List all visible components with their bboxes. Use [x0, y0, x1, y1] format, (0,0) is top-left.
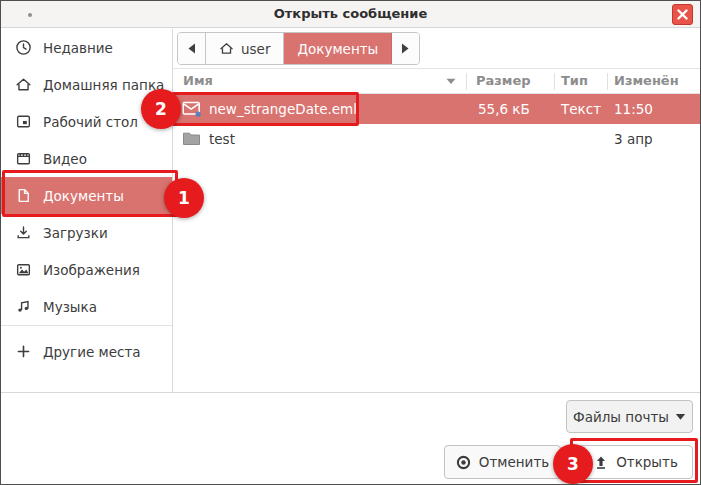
- chevron-right-icon: [401, 43, 410, 54]
- home-icon: [219, 41, 234, 56]
- column-header-modified[interactable]: Изменён: [614, 69, 679, 93]
- image-icon: [15, 261, 32, 278]
- plus-icon: [15, 343, 32, 360]
- folder-icon: [182, 130, 201, 148]
- column-divider: [607, 73, 608, 90]
- sidebar-item-recent[interactable]: Недавние: [1, 29, 172, 66]
- file-list-header: Имя Размер Тип Изменён: [173, 68, 701, 94]
- column-divider: [554, 73, 555, 90]
- file-row-test-folder[interactable]: test 3 апр: [173, 124, 701, 154]
- file-name: new_strangeDate.eml: [209, 94, 357, 124]
- sidebar-item-pictures[interactable]: Изображения: [1, 251, 172, 288]
- sort-descending-icon[interactable]: [446, 78, 456, 85]
- column-header-name[interactable]: Имя: [183, 69, 213, 93]
- open-label: Открыть: [616, 454, 678, 470]
- column-divider: [466, 73, 467, 90]
- path-segment-label: user: [241, 41, 270, 57]
- sidebar-item-label: Домашняя папка: [43, 77, 164, 93]
- sidebar-item-label: Другие места: [43, 344, 141, 360]
- sidebar-item-videos[interactable]: Видео: [1, 140, 172, 177]
- close-button[interactable]: [672, 4, 693, 25]
- titlebar: Открыть сообщение: [1, 1, 700, 28]
- file-name: test: [209, 124, 235, 154]
- desktop-icon: [15, 113, 32, 130]
- open-upload-icon: [594, 455, 608, 470]
- file-type-filter-button[interactable]: Файлы почты: [566, 400, 693, 433]
- document-icon: [15, 187, 32, 204]
- file-type: Текст: [561, 94, 601, 124]
- sidebar-item-home[interactable]: Домашняя папка: [1, 66, 172, 103]
- chevron-left-icon: [187, 43, 196, 54]
- sidebar-item-desktop[interactable]: Рабочий стол: [1, 103, 172, 140]
- file-row-eml[interactable]: new_strangeDate.eml 55,6 кБ Текст 11:50: [173, 94, 701, 124]
- sidebar-item-label: Рабочий стол: [43, 114, 138, 130]
- sidebar-separator: [1, 325, 172, 326]
- path-segment-home[interactable]: user: [206, 33, 284, 64]
- dialog-title: Открыть сообщение: [1, 1, 700, 28]
- sidebar-item-label: Загрузки: [43, 225, 108, 241]
- clock-icon: [15, 39, 32, 56]
- open-button[interactable]: Открыть: [579, 445, 693, 479]
- home-icon: [15, 76, 32, 93]
- close-icon: [677, 9, 688, 20]
- email-icon: [182, 100, 202, 118]
- footer-divider: [1, 392, 700, 393]
- filter-label: Файлы почты: [573, 409, 669, 425]
- path-bar: user Документы: [177, 32, 420, 65]
- sidebar-item-label: Документы: [43, 188, 124, 204]
- file-list: new_strangeDate.eml 55,6 кБ Текст 11:50 …: [173, 94, 701, 154]
- cancel-icon: [456, 455, 471, 470]
- cancel-button[interactable]: Отменить: [444, 445, 561, 479]
- path-segment-documents[interactable]: Документы: [284, 33, 392, 64]
- path-forward-button[interactable]: [392, 33, 419, 64]
- sidebar-item-label: Недавние: [43, 40, 113, 56]
- music-icon: [15, 298, 32, 315]
- sidebar-item-label: Изображения: [43, 262, 140, 278]
- sidebar-item-documents[interactable]: Документы: [1, 177, 172, 214]
- cancel-label: Отменить: [479, 454, 549, 470]
- column-header-type[interactable]: Тип: [561, 69, 588, 93]
- file-size: 55,6 кБ: [478, 94, 530, 124]
- open-message-dialog: Открыть сообщение Недавние Домашняя папк…: [0, 0, 701, 485]
- path-segment-label: Документы: [297, 41, 378, 57]
- places-sidebar: Недавние Домашняя папка Рабочий стол Вид…: [1, 29, 172, 392]
- sidebar-item-music[interactable]: Музыка: [1, 288, 172, 325]
- file-modified: 3 апр: [614, 124, 653, 154]
- sidebar-item-downloads[interactable]: Загрузки: [1, 214, 172, 251]
- chevron-down-icon: [675, 413, 686, 421]
- sidebar-item-label: Видео: [43, 151, 87, 167]
- file-modified: 11:50: [614, 94, 653, 124]
- column-header-size[interactable]: Размер: [476, 69, 531, 93]
- download-icon: [15, 224, 32, 241]
- sidebar-item-label: Музыка: [43, 299, 97, 315]
- path-back-button[interactable]: [178, 33, 206, 64]
- video-icon: [15, 150, 32, 167]
- sidebar-item-other-locations[interactable]: Другие места: [1, 333, 172, 370]
